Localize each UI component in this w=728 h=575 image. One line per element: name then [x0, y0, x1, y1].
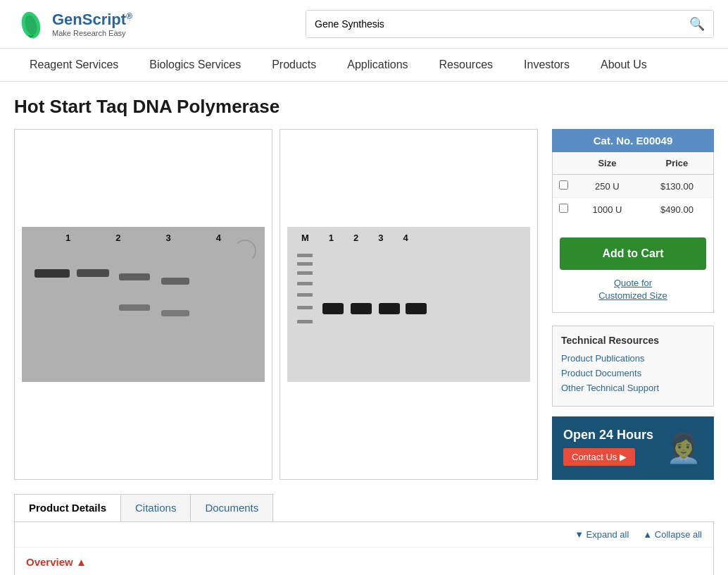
pricing-row-0: 250 U $130.00	[553, 175, 713, 198]
size-value-0: 250 U	[574, 175, 641, 198]
tab-citations[interactable]: Citations	[120, 494, 191, 521]
logo-icon	[14, 7, 48, 41]
product-image-2: M 1 2 3 4	[280, 129, 538, 480]
lane-4: 4	[403, 233, 408, 243]
overview-section-header: Overview ▲	[15, 548, 713, 575]
nav-resources[interactable]: Resources	[424, 49, 508, 81]
size-checkbox-0[interactable]	[559, 180, 568, 190]
product-images: 1 2 3 4	[14, 129, 538, 480]
checkbox-col-header	[553, 152, 574, 175]
product-tabs: Product Details Citations Documents	[14, 494, 714, 522]
price-value-0: $130.00	[641, 175, 713, 198]
product-image-1: 1 2 3 4	[14, 129, 272, 480]
cat-no-label: Cat. No. E00049	[594, 135, 673, 147]
open-24-box: Open 24 Hours Contact Us ▶ 👩‍💼	[552, 416, 714, 480]
nav-reagent-services[interactable]: Reagent Services	[14, 49, 134, 81]
lane-2: 2	[353, 233, 358, 243]
right-panel: Cat. No. E00049 Size Price 250 U	[552, 129, 714, 480]
size-value-1: 1000 U	[574, 198, 641, 221]
header: GenScript® Make Research Easy 🔍	[0, 0, 728, 49]
tab-product-details[interactable]: Product Details	[14, 494, 121, 521]
search-input[interactable]	[306, 11, 681, 37]
nav-biologics-services[interactable]: Biologics Services	[134, 49, 256, 81]
collapse-all-button[interactable]: ▲ Collapse all	[643, 529, 702, 540]
gel-image-left: 1 2 3 4	[22, 227, 265, 382]
pricing-row-1: 1000 U $490.00	[553, 198, 713, 221]
search-button[interactable]: 🔍	[681, 11, 713, 37]
logo-name: GenScript®	[52, 11, 132, 29]
technical-resources-title: Technical Resources	[561, 335, 705, 346]
nav-investors[interactable]: Investors	[508, 49, 585, 81]
main-nav: Reagent Services Biologics Services Prod…	[0, 49, 728, 82]
logo: GenScript® Make Research Easy	[14, 7, 132, 41]
contact-us-button[interactable]: Contact Us ▶	[563, 448, 635, 466]
lane-1: 1	[329, 233, 334, 243]
lane-label-1: 1	[65, 233, 70, 243]
logo-text: GenScript® Make Research Easy	[52, 11, 132, 37]
search-bar: 🔍	[306, 10, 714, 38]
expand-all-button[interactable]: ▼ Expand all	[575, 529, 629, 540]
lane-label-3: 3	[166, 233, 171, 243]
lane-3: 3	[378, 233, 383, 243]
price-col-header: Price	[641, 152, 713, 175]
expand-collapse-bar: ▼ Expand all ▲ Collapse all	[15, 522, 713, 548]
lane-label-4: 4	[216, 233, 221, 243]
pricing-table: Size Price 250 U $130.00 1000 U	[552, 152, 714, 313]
gel-image-right: M 1 2 3 4	[287, 227, 530, 382]
nav-applications[interactable]: Applications	[332, 49, 423, 81]
main-content: Hot Start Taq DNA Polymerase 1 2 3 4	[0, 82, 728, 575]
size-col-header: Size	[574, 152, 641, 175]
add-to-cart-button[interactable]: Add to Cart	[560, 237, 706, 270]
tech-link-publications[interactable]: Product Publications	[561, 353, 705, 364]
tab-content-area: ▼ Expand all ▲ Collapse all Overview ▲ D…	[14, 522, 714, 575]
product-area: 1 2 3 4	[14, 129, 714, 480]
technical-resources: Technical Resources Product Publications…	[552, 326, 714, 407]
lane-m: M	[301, 233, 309, 243]
page-title: Hot Start Taq DNA Polymerase	[14, 96, 714, 118]
tech-link-support[interactable]: Other Technical Support	[561, 383, 705, 393]
overview-title: Overview ▲	[26, 556, 87, 568]
nav-products[interactable]: Products	[256, 49, 332, 81]
tab-documents[interactable]: Documents	[190, 494, 273, 521]
tech-link-documents[interactable]: Product Documents	[561, 368, 705, 378]
price-value-1: $490.00	[641, 198, 713, 221]
lane-label-2: 2	[115, 233, 120, 243]
cat-no-box: Cat. No. E00049	[552, 129, 714, 152]
size-checkbox-1[interactable]	[559, 204, 568, 213]
quote-link[interactable]: Quote forCustomized Size	[560, 277, 706, 302]
logo-tagline: Make Research Easy	[52, 29, 132, 37]
nav-about-us[interactable]: About Us	[585, 49, 663, 81]
